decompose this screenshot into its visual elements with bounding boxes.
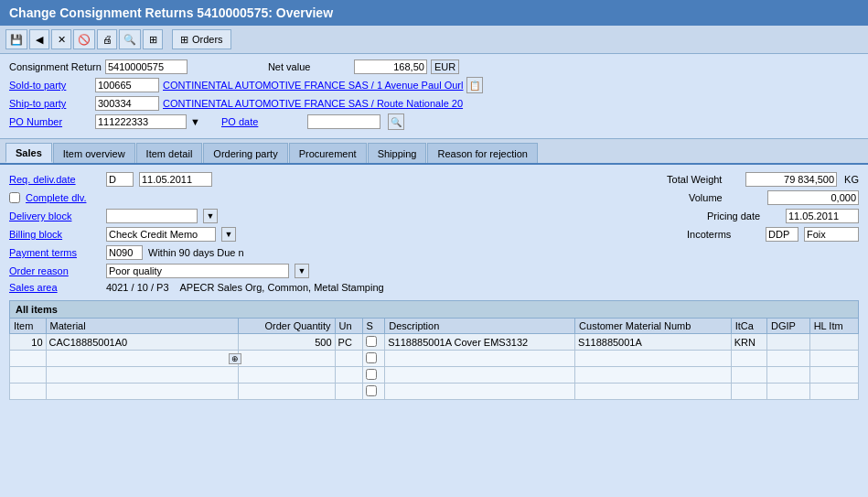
volume-input[interactable]: [767, 190, 859, 205]
cell-s[interactable]: [362, 334, 385, 351]
consignment-return-label: Consignment Return: [9, 61, 102, 72]
delivery-block-row: Delivery block ▼ Pricing date: [9, 209, 859, 223]
tab-shipping[interactable]: Shipping: [368, 143, 427, 163]
payment-terms-label[interactable]: Payment terms: [9, 247, 101, 258]
req-deliv-date-label[interactable]: Req. deliv.date: [9, 174, 101, 185]
billing-block-label[interactable]: Billing block: [9, 229, 101, 240]
orders-button[interactable]: ⊞ Orders: [172, 29, 231, 49]
cell-s[interactable]: [362, 367, 385, 384]
sales-tab-content: Req. deliv.date Total Weight KG Complete…: [0, 165, 868, 407]
total-weight-input[interactable]: [745, 172, 837, 187]
find-button[interactable]: 🔍: [119, 29, 141, 49]
ship-to-party-name[interactable]: CONTINENTAL AUTOMOTIVE FRANCE SAS / Rout…: [163, 98, 463, 109]
cell-cust-mat: [575, 367, 732, 384]
cell-s[interactable]: [362, 351, 385, 367]
grid-button[interactable]: ⊞: [143, 29, 163, 49]
page-title: Change Consignment Returns 5410000575: O…: [9, 5, 333, 20]
cell-hl-itm: [809, 351, 858, 367]
table-row: 10 CAC18885001A0 500 PC S118885001A Cove…: [10, 334, 859, 351]
tab-item-overview[interactable]: Item overview: [53, 143, 135, 163]
cell-itca: [731, 351, 766, 367]
new-material-input[interactable]: [49, 352, 226, 363]
table-row: [10, 384, 859, 400]
row3-s-checkbox[interactable]: [366, 369, 377, 380]
sold-to-party-name[interactable]: CONTINENTAL AUTOMOTIVE FRANCE SAS / 1 Av…: [163, 80, 463, 91]
row1-s-checkbox[interactable]: [366, 336, 377, 347]
sold-to-party-input[interactable]: [95, 78, 159, 92]
save-button[interactable]: 💾: [5, 29, 27, 49]
delivery-block-select-btn[interactable]: ▼: [203, 209, 218, 223]
po-number-input[interactable]: [95, 114, 187, 129]
col-header-order-qty: Order Quantity: [239, 319, 335, 334]
col-header-material: Material: [46, 319, 239, 334]
cell-s[interactable]: [362, 384, 385, 400]
sold-to-party-label[interactable]: Sold-to party: [9, 80, 91, 91]
cell-order-qty: [239, 351, 335, 367]
sold-to-party-detail-btn[interactable]: 📋: [466, 77, 483, 93]
po-number-label[interactable]: PO Number: [9, 116, 91, 127]
cell-material[interactable]: CAC18885001A0: [46, 334, 239, 351]
header-row-3: Ship-to party CONTINENTAL AUTOMOTIVE FRA…: [9, 96, 859, 111]
consignment-return-input[interactable]: [105, 59, 188, 74]
po-date-calendar-btn[interactable]: 🔍: [388, 113, 404, 130]
cell-material[interactable]: ⊕: [46, 351, 239, 367]
pricing-date-label: Pricing date: [707, 211, 780, 221]
req-deliv-type-input[interactable]: [106, 172, 134, 187]
exit-button[interactable]: ✕: [51, 29, 71, 49]
cell-order-qty: 500: [239, 334, 335, 351]
tabs-bar: Sales Item overview Item detail Ordering…: [0, 139, 868, 165]
order-reason-input[interactable]: [106, 264, 289, 278]
po-date-label[interactable]: PO date: [221, 116, 304, 127]
net-value-label: Net value: [268, 61, 350, 72]
cell-un: PC: [335, 334, 362, 351]
pricing-date-input[interactable]: [786, 209, 859, 223]
cell-order-qty: [239, 384, 335, 400]
order-reason-select-btn[interactable]: ▼: [295, 264, 309, 278]
tab-procurement[interactable]: Procurement: [289, 143, 367, 163]
tab-sales[interactable]: Sales: [5, 143, 52, 163]
total-weight-unit: KG: [844, 174, 859, 185]
cell-material: [46, 367, 239, 384]
req-deliv-date-input[interactable]: [139, 172, 212, 187]
delivery-block-input[interactable]: [106, 209, 198, 223]
billing-block-row: Billing block ▼ Incoterms: [9, 227, 859, 242]
tab-reason-rejection[interactable]: Reason for rejection: [427, 143, 537, 163]
complete-dlv-checkbox[interactable]: [9, 192, 20, 203]
complete-dlv-row: Complete dlv. Volume: [9, 190, 859, 205]
cell-itca: [731, 367, 766, 384]
cell-itca: [731, 384, 766, 400]
table-row: ⊕: [10, 351, 859, 367]
col-header-itca: ItCa: [731, 319, 766, 334]
billing-block-input[interactable]: [106, 227, 216, 242]
col-header-un: Un: [335, 319, 362, 334]
ship-to-party-input[interactable]: [95, 96, 159, 111]
cell-item: 10: [10, 334, 47, 351]
col-header-s: S: [362, 319, 385, 334]
tab-item-detail[interactable]: Item detail: [136, 143, 203, 163]
cell-item: [10, 367, 47, 384]
col-header-cust-mat: Customer Material Numb: [575, 319, 732, 334]
incoterms-1-input[interactable]: [766, 227, 798, 242]
delivery-block-label[interactable]: Delivery block: [9, 211, 101, 221]
net-value-input[interactable]: [354, 59, 427, 74]
po-date-input[interactable]: [307, 114, 380, 129]
sales-area-label[interactable]: Sales area: [9, 282, 101, 293]
header-row-4: PO Number ▼ PO date 🔍: [9, 113, 859, 130]
ship-to-party-label[interactable]: Ship-to party: [9, 98, 91, 109]
row4-s-checkbox[interactable]: [366, 385, 377, 396]
cancel-button[interactable]: 🚫: [73, 29, 95, 49]
material-select-btn[interactable]: ⊕: [229, 353, 241, 364]
billing-block-select-btn[interactable]: ▼: [221, 227, 236, 242]
incoterms-2-input[interactable]: [804, 227, 859, 242]
order-reason-row: Order reason ▼: [9, 264, 859, 278]
complete-dlv-label[interactable]: Complete dlv.: [26, 192, 117, 203]
back-button[interactable]: ◀: [29, 29, 49, 49]
order-reason-label[interactable]: Order reason: [9, 265, 101, 276]
tab-ordering-party[interactable]: Ordering party: [203, 143, 287, 163]
header-row-1: Consignment Return Net value EUR: [9, 59, 859, 74]
row2-s-checkbox[interactable]: [366, 352, 377, 363]
print-button[interactable]: 🖨: [97, 29, 117, 49]
col-header-hl-itm: HL Itm: [809, 319, 858, 334]
payment-terms-code-input[interactable]: [106, 245, 143, 260]
cell-description: [385, 351, 575, 367]
